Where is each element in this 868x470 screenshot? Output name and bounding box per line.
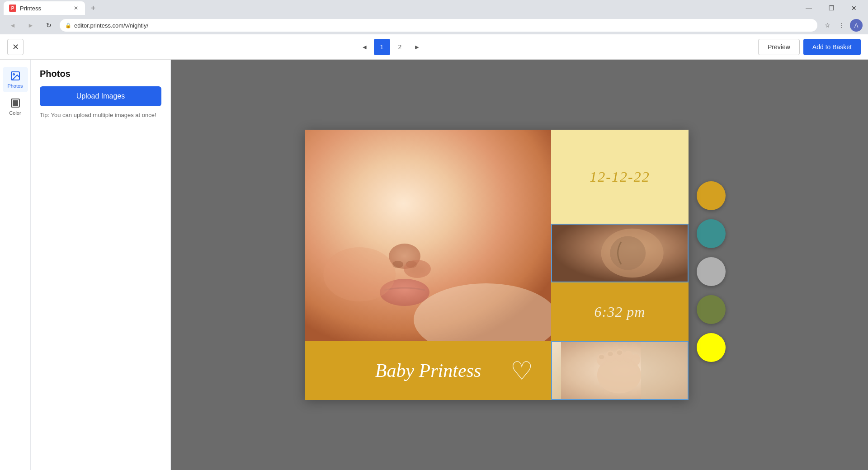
baby-printess-cell: Baby Printess ♡ <box>305 341 551 400</box>
tip-text: Tip: You can upload multiple images at o… <box>40 112 161 118</box>
sidebar-item-color[interactable]: Color <box>3 94 28 119</box>
new-tab-button[interactable]: + <box>87 2 99 14</box>
time-text: 6:32 pm <box>594 304 646 320</box>
svg-point-26 <box>617 350 623 355</box>
color-swatch-yellow[interactable] <box>697 333 726 362</box>
heart-icon: ♡ <box>510 356 533 385</box>
page-1-label: 1 <box>380 43 384 51</box>
foot-svg <box>561 342 688 399</box>
photos-panel: Photos Upload Images Tip: You can upload… <box>31 60 171 470</box>
close-window-button[interactable]: ✕ <box>844 0 864 16</box>
tab-label: Printess <box>20 5 41 12</box>
ear-image <box>552 225 688 282</box>
prev-page-arrow[interactable]: ◄ <box>358 40 372 54</box>
baby-printess-text: Baby Printess <box>375 360 481 381</box>
svg-rect-4 <box>16 101 18 103</box>
tab-close-button[interactable]: ✕ <box>72 5 80 12</box>
sidebar-item-photos[interactable]: Photos <box>3 67 28 92</box>
time-cell: 6:32 pm <box>551 282 689 341</box>
svg-point-16 <box>610 236 646 270</box>
color-swatch-teal[interactable] <box>697 219 726 248</box>
canvas-area: 12-12-22 <box>171 60 868 470</box>
svg-rect-27 <box>641 342 688 399</box>
back-button[interactable]: ◄ <box>5 18 20 33</box>
color-label: Color <box>9 110 21 116</box>
bookmark-icon[interactable]: ☆ <box>821 19 834 32</box>
baby-face-svg <box>305 130 551 341</box>
foot-image <box>552 342 688 399</box>
minimize-button[interactable]: — <box>798 0 819 16</box>
date-cell: 12-12-22 <box>551 130 689 224</box>
url-bar[interactable]: 🔒 editor.printess.com/v/nightly/ <box>60 19 817 32</box>
page-2-label: 2 <box>398 43 402 51</box>
ear-photo-cell[interactable] <box>551 224 689 282</box>
url-text: editor.printess.com/v/nightly/ <box>74 22 148 29</box>
window-controls: — ❐ ✕ <box>798 0 864 16</box>
svg-point-24 <box>599 355 604 359</box>
restore-button[interactable]: ❐ <box>821 0 842 16</box>
color-swatch-gold[interactable] <box>697 181 726 210</box>
color-swatch-olive[interactable] <box>697 295 726 324</box>
security-icon: 🔒 <box>65 23 71 28</box>
page-navigation: ◄ 1 2 ► <box>358 39 425 55</box>
app-container: ✕ ◄ 1 2 ► Preview Add to Basket <box>0 34 868 470</box>
foot-photo-cell[interactable] <box>551 341 689 400</box>
color-swatch-gray[interactable] <box>697 257 726 286</box>
browser-chrome: P Printess ✕ + — ❐ ✕ ◄ ► ↻ 🔒 editor.prin… <box>0 0 868 34</box>
add-to-basket-button[interactable]: Add to Basket <box>803 39 861 55</box>
app-toolbar: ✕ ◄ 1 2 ► Preview Add to Basket <box>0 34 868 60</box>
collage-card: 12-12-22 <box>305 130 689 400</box>
close-icon: ✕ <box>12 42 19 52</box>
url-actions: ☆ ⋮ A <box>821 19 863 32</box>
address-bar: ◄ ► ↻ 🔒 editor.printess.com/v/nightly/ ☆… <box>0 16 868 34</box>
svg-point-23 <box>632 354 640 365</box>
photos-panel-title: Photos <box>40 69 161 79</box>
upload-images-button[interactable]: Upload Images <box>40 86 161 106</box>
next-page-arrow[interactable]: ► <box>410 40 425 54</box>
preview-button[interactable]: Preview <box>758 39 800 55</box>
tab-favicon: P <box>9 5 16 12</box>
close-editor-button[interactable]: ✕ <box>7 39 24 55</box>
baby-face-image <box>305 130 551 341</box>
toolbar-actions: Preview Add to Basket <box>758 39 861 55</box>
photos-icon <box>10 70 21 81</box>
date-text: 12-12-22 <box>590 169 650 185</box>
main-photo-cell[interactable] <box>305 130 551 341</box>
browser-menu-icon[interactable]: ⋮ <box>835 19 848 32</box>
page-2-button[interactable]: 2 <box>392 39 408 55</box>
photos-label: Photos <box>7 83 23 89</box>
svg-point-1 <box>13 74 14 75</box>
svg-point-12 <box>323 247 396 301</box>
browser-tab[interactable]: P Printess ✕ <box>4 1 85 15</box>
refresh-button[interactable]: ↻ <box>42 18 56 33</box>
svg-rect-5 <box>13 103 15 105</box>
svg-rect-3 <box>13 101 15 103</box>
icon-strip: Photos Color <box>0 60 31 470</box>
next-page-icon: ► <box>414 43 420 51</box>
prev-page-icon: ◄ <box>362 43 368 51</box>
page-1-button[interactable]: 1 <box>374 39 390 55</box>
forward-button[interactable]: ► <box>24 18 38 33</box>
tab-bar: P Printess ✕ + — ❐ ✕ <box>0 0 868 16</box>
color-icon <box>10 98 21 108</box>
svg-point-10 <box>406 261 417 268</box>
ear-svg <box>552 225 688 282</box>
svg-rect-6 <box>16 103 18 105</box>
svg-point-25 <box>608 352 613 356</box>
profile-avatar[interactable]: A <box>850 19 863 32</box>
main-content: Photos Color Photos Upload Images Tip: Y… <box>0 60 868 470</box>
color-swatches-panel <box>689 168 734 362</box>
